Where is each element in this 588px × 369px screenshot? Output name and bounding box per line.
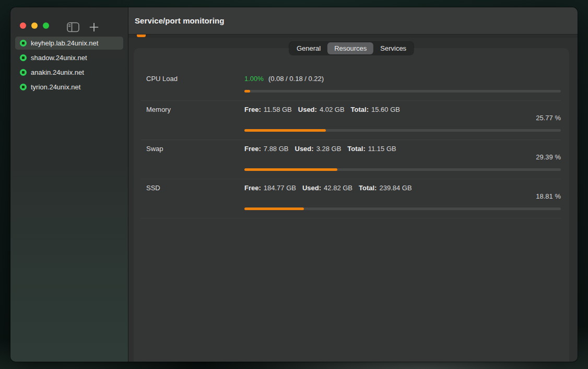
used-value: 3.28 GB xyxy=(316,145,342,153)
total-value: 15.60 GB xyxy=(371,106,400,113)
resource-name-label: Swap xyxy=(146,145,163,153)
status-online-icon xyxy=(20,84,27,90)
zoom-window-button[interactable] xyxy=(43,22,49,29)
usage-percent-label: 29.39 % xyxy=(536,153,561,161)
tab-resources[interactable]: Resources xyxy=(327,42,373,54)
server-name-label: anakin.24unix.net xyxy=(31,68,84,76)
close-window-button[interactable] xyxy=(20,22,26,29)
usage-percent-label: 25.77 % xyxy=(536,114,561,122)
total-value: 11.15 GB xyxy=(368,145,396,153)
total-field-label: Total: xyxy=(359,184,377,192)
resource-name-label: Memory xyxy=(146,106,171,113)
desktop-wallpaper: keyhelp.lab.24unix.netshadow.24unix.neta… xyxy=(0,0,588,369)
app-window: keyhelp.lab.24unix.netshadow.24unix.neta… xyxy=(10,7,578,362)
sidebar-icon xyxy=(67,22,79,32)
cpu-load-averages: (0.08 / 0.18 / 0.22) xyxy=(268,75,324,83)
minimize-window-button[interactable] xyxy=(31,22,38,29)
progress-bar-fill xyxy=(244,129,326,132)
server-name-label: keyhelp.lab.24unix.net xyxy=(31,39,98,47)
progress-bar-fill xyxy=(244,90,250,93)
total-value: 239.84 GB xyxy=(379,184,411,192)
resource-name-label: CPU Load xyxy=(146,75,178,83)
resource-value-line: Free:11.58 GBUsed:4.02 GBTotal:15.60 GB xyxy=(244,106,400,113)
resources-groupbox: GeneralResourcesServices CPU Load1.00%(0… xyxy=(134,48,569,362)
sidebar-item-server[interactable]: tyrion.24unix.net xyxy=(15,80,123,94)
used-value: 42.82 GB xyxy=(324,184,352,192)
resource-name-label: SSD xyxy=(146,184,160,192)
sidebar-item-server[interactable]: shadow.24unix.net xyxy=(15,51,123,64)
progress-bar-fill xyxy=(244,168,337,171)
free-field-label: Free: xyxy=(244,145,261,153)
free-value: 184.77 GB xyxy=(264,184,296,192)
page-title: Service/port monitoring xyxy=(135,16,225,25)
used-value: 4.02 GB xyxy=(320,106,345,113)
free-field-label: Free: xyxy=(244,184,261,192)
tab-services[interactable]: Services xyxy=(373,42,413,54)
tab-general[interactable]: General xyxy=(290,42,327,54)
usage-percent-label: 18.81 % xyxy=(536,192,561,200)
resource-value-line: 1.00%(0.08 / 0.18 / 0.22) xyxy=(244,75,324,83)
used-field-label: Used: xyxy=(295,145,314,153)
progress-bar-track xyxy=(244,90,561,93)
main-panel: Service/port monitoring GeneralResources… xyxy=(128,7,578,362)
resource-row: MemoryFree:11.58 GBUsed:4.02 GBTotal:15.… xyxy=(141,101,561,140)
refresh-progress-fragment xyxy=(137,34,146,37)
used-field-label: Used: xyxy=(302,184,321,192)
content-area: GeneralResourcesServices CPU Load1.00%(0… xyxy=(128,38,578,362)
sidebar-item-server[interactable]: anakin.24unix.net xyxy=(15,66,123,79)
sidebar-item-server[interactable]: keyhelp.lab.24unix.net xyxy=(15,37,123,50)
used-field-label: Used: xyxy=(298,106,317,113)
free-value: 11.58 GB xyxy=(264,106,292,113)
resource-value-line: Free:184.77 GBUsed:42.82 GBTotal:239.84 … xyxy=(244,184,412,192)
total-field-label: Total: xyxy=(351,106,369,113)
server-name-label: shadow.24unix.net xyxy=(31,54,87,62)
progress-bar-track xyxy=(244,207,561,210)
status-online-icon xyxy=(20,54,27,61)
server-list: keyhelp.lab.24unix.netshadow.24unix.neta… xyxy=(10,37,128,94)
status-online-icon xyxy=(20,40,27,47)
cpu-load-percent-value: 1.00% xyxy=(244,75,264,83)
toggle-sidebar-button[interactable] xyxy=(66,21,80,33)
progress-bar-track xyxy=(244,129,561,132)
tab-bar: GeneralResourcesServices xyxy=(289,42,414,55)
resource-value-line: Free:7.88 GBUsed:3.28 GBTotal:11.15 GB xyxy=(244,145,396,153)
resource-row: SwapFree:7.88 GBUsed:3.28 GBTotal:11.15 … xyxy=(141,140,561,179)
total-field-label: Total: xyxy=(347,145,365,153)
free-value: 7.88 GB xyxy=(264,145,289,153)
resource-row: CPU Load1.00%(0.08 / 0.18 / 0.22) xyxy=(141,73,561,101)
progress-bar-fill xyxy=(244,207,304,210)
title-bar: Service/port monitoring xyxy=(128,7,578,34)
status-online-icon xyxy=(20,69,27,76)
plus-icon xyxy=(89,22,99,32)
server-name-label: tyrion.24unix.net xyxy=(31,83,80,91)
sidebar: keyhelp.lab.24unix.netshadow.24unix.neta… xyxy=(10,7,128,362)
resource-rows: CPU Load1.00%(0.08 / 0.18 / 0.22)MemoryF… xyxy=(134,73,569,218)
resource-row: SSDFree:184.77 GBUsed:42.82 GBTotal:239.… xyxy=(141,179,561,218)
free-field-label: Free: xyxy=(244,106,261,113)
progress-bar-track xyxy=(244,168,561,171)
add-server-button[interactable] xyxy=(87,21,101,33)
window-controls xyxy=(20,22,49,29)
